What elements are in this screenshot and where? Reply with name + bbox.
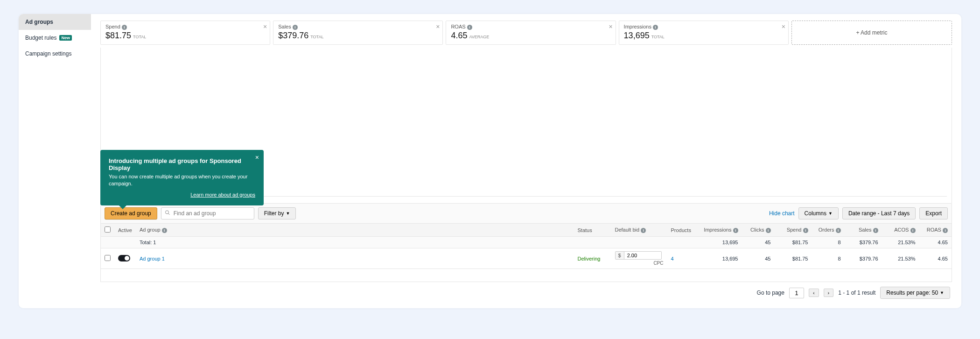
info-icon[interactable]: i bbox=[873, 228, 878, 233]
row-clicks: 45 bbox=[742, 248, 775, 269]
add-metric-label: + Add metric bbox=[856, 29, 887, 36]
goto-label: Go to page bbox=[757, 290, 784, 296]
chevron-down-icon: ▼ bbox=[940, 290, 944, 295]
new-badge: New bbox=[59, 35, 72, 41]
date-range-button[interactable]: Date range - Last 7 days bbox=[842, 207, 916, 219]
toolbar: Create ad group Filter by ▼ Hide chart C… bbox=[100, 204, 952, 224]
metric-value: 13,695 bbox=[624, 31, 650, 41]
popover-link[interactable]: Learn more about ad groups bbox=[190, 192, 255, 198]
page-input[interactable] bbox=[789, 288, 804, 298]
col-ad-group[interactable]: Ad group i bbox=[136, 224, 574, 237]
col-orders[interactable]: Orders i bbox=[812, 224, 845, 237]
col-default-bid[interactable]: Default bid i bbox=[611, 224, 667, 237]
sidebar-item-label: Budget rules bbox=[25, 35, 56, 41]
row-roas: 4.65 bbox=[919, 248, 952, 269]
metric-label: Spend bbox=[105, 24, 120, 29]
table-row: Ad group 1 Delivering $ CPC 4 13,695 45 … bbox=[101, 248, 952, 269]
info-icon[interactable]: i bbox=[803, 228, 808, 233]
export-button[interactable]: Export bbox=[919, 207, 948, 219]
col-acos[interactable]: ACOS i bbox=[882, 224, 919, 237]
info-icon[interactable]: i bbox=[766, 228, 771, 233]
select-all-checkbox[interactable] bbox=[105, 226, 111, 233]
total-acos: 21.53% bbox=[882, 237, 919, 248]
info-icon[interactable]: i bbox=[910, 228, 916, 233]
svg-line-1 bbox=[168, 213, 169, 215]
info-icon[interactable]: i bbox=[653, 25, 658, 30]
bid-type: CPC bbox=[615, 261, 664, 266]
row-acos: 21.53% bbox=[882, 248, 919, 269]
results-summary: 1 - 1 of 1 result bbox=[838, 290, 875, 296]
bid-value-input[interactable] bbox=[624, 252, 652, 259]
info-icon[interactable]: i bbox=[122, 25, 127, 30]
metric-label: ROAS bbox=[451, 24, 465, 29]
search-input[interactable] bbox=[161, 207, 254, 219]
info-icon[interactable]: i bbox=[943, 228, 948, 233]
ad-groups-table: Active Ad group i Status Default bid i P… bbox=[100, 224, 952, 282]
popover-title: Introducing multiple ad groups for Spons… bbox=[109, 157, 255, 171]
add-metric-button[interactable]: + Add metric bbox=[791, 21, 952, 45]
create-ad-group-button[interactable]: Create ad group bbox=[105, 207, 157, 219]
main-content: × Spend i $81.75 TOTAL × Sales i $379.76 bbox=[91, 14, 961, 308]
search-icon bbox=[165, 210, 170, 217]
close-icon[interactable]: × bbox=[609, 23, 612, 30]
info-icon[interactable]: i bbox=[836, 228, 841, 233]
metric-card-impressions[interactable]: × Impressions i 13,695 TOTAL bbox=[619, 21, 789, 45]
total-roas: 4.65 bbox=[919, 237, 952, 248]
sidebar-item-label: Ad groups bbox=[25, 19, 53, 25]
total-orders: 8 bbox=[812, 237, 845, 248]
prev-page-button[interactable]: ‹ bbox=[809, 289, 819, 297]
col-clicks[interactable]: Clicks i bbox=[742, 224, 775, 237]
close-icon[interactable]: × bbox=[255, 154, 259, 161]
sidebar: Ad groups Budget rules New Campaign sett… bbox=[19, 14, 91, 308]
metric-sub: AVERAGE bbox=[469, 35, 489, 39]
columns-button[interactable]: Columns ▼ bbox=[798, 207, 839, 219]
next-page-button[interactable]: › bbox=[824, 289, 834, 297]
chevron-down-icon: ▼ bbox=[286, 211, 290, 216]
metric-card-roas[interactable]: × ROAS i 4.65 AVERAGE bbox=[446, 21, 616, 45]
results-per-page-button[interactable]: Results per page: 50 ▼ bbox=[880, 287, 950, 299]
col-spend[interactable]: Spend i bbox=[775, 224, 812, 237]
metric-card-spend[interactable]: × Spend i $81.75 TOTAL bbox=[100, 21, 270, 45]
col-roas[interactable]: ROAS i bbox=[919, 224, 952, 237]
close-icon[interactable]: × bbox=[782, 23, 785, 30]
products-link[interactable]: 4 bbox=[671, 256, 674, 261]
row-impressions: 13,695 bbox=[700, 248, 742, 269]
info-icon[interactable]: i bbox=[162, 228, 167, 233]
currency-label: $ bbox=[616, 252, 624, 259]
sidebar-item-ad-groups[interactable]: Ad groups bbox=[19, 14, 91, 30]
info-icon[interactable]: i bbox=[293, 25, 298, 30]
hide-chart-link[interactable]: Hide chart bbox=[769, 210, 795, 217]
sidebar-item-budget-rules[interactable]: Budget rules New bbox=[19, 30, 91, 46]
col-status[interactable]: Status bbox=[574, 224, 611, 237]
col-active[interactable]: Active bbox=[114, 224, 136, 237]
close-icon[interactable]: × bbox=[263, 23, 267, 30]
table-total-row: Total: 1 13,695 45 $81.75 8 $379.76 21.5… bbox=[101, 237, 952, 248]
info-icon[interactable]: i bbox=[641, 228, 646, 233]
chevron-down-icon: ▼ bbox=[828, 211, 833, 216]
popover-body: You can now create multiple ad groups wh… bbox=[109, 173, 255, 188]
col-impressions[interactable]: Impressions i bbox=[700, 224, 742, 237]
info-icon[interactable]: i bbox=[467, 25, 472, 30]
metric-value: $379.76 bbox=[278, 31, 308, 41]
sidebar-item-campaign-settings[interactable]: Campaign settings bbox=[19, 46, 91, 62]
info-icon[interactable]: i bbox=[733, 228, 738, 233]
row-orders: 8 bbox=[812, 248, 845, 269]
bid-input[interactable]: $ bbox=[615, 251, 662, 260]
row-sales: $379.76 bbox=[845, 248, 882, 269]
close-icon[interactable]: × bbox=[436, 23, 440, 30]
intro-popover: × Introducing multiple ad groups for Spo… bbox=[100, 150, 264, 205]
chevron-left-icon: ‹ bbox=[813, 290, 815, 296]
col-sales[interactable]: Sales i bbox=[845, 224, 882, 237]
metric-sub: TOTAL bbox=[310, 35, 323, 39]
table-header-row: Active Ad group i Status Default bid i P… bbox=[101, 224, 952, 237]
metric-card-sales[interactable]: × Sales i $379.76 TOTAL bbox=[273, 21, 443, 45]
active-toggle[interactable] bbox=[118, 255, 130, 261]
metrics-row: × Spend i $81.75 TOTAL × Sales i $379.76 bbox=[100, 21, 952, 45]
pagination-footer: Go to page ‹ › 1 - 1 of 1 result Results… bbox=[100, 282, 952, 299]
ad-group-link[interactable]: Ad group 1 bbox=[140, 256, 165, 261]
row-checkbox[interactable] bbox=[105, 255, 111, 261]
metric-label: Impressions bbox=[624, 24, 651, 29]
filter-by-button[interactable]: Filter by ▼ bbox=[258, 207, 296, 219]
col-products[interactable]: Products bbox=[667, 224, 700, 237]
svg-point-0 bbox=[165, 211, 168, 214]
